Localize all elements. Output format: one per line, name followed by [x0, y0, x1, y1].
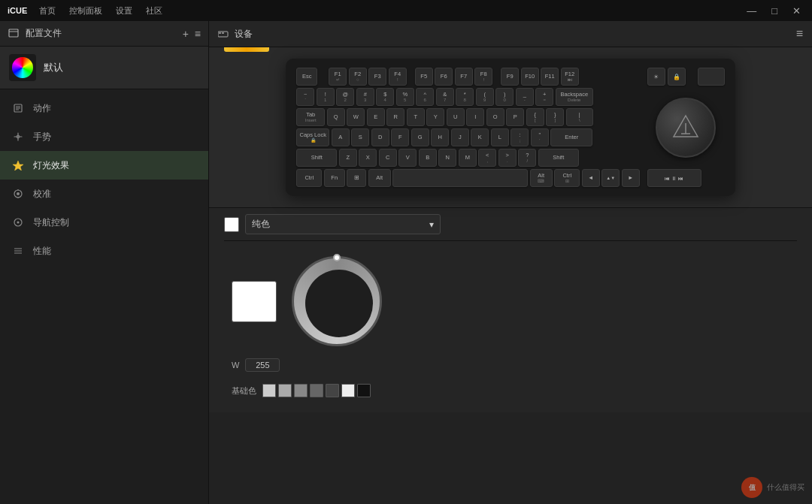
base-swatch-6[interactable] [341, 384, 355, 397]
key-f8[interactable]: F8! [474, 68, 492, 86]
maximize-button[interactable]: □ [768, 4, 781, 18]
key-g[interactable]: G [411, 128, 429, 146]
effect-dropdown[interactable]: 纯色 ▾ [245, 214, 441, 234]
key-r[interactable]: R [386, 108, 404, 126]
key-backslash[interactable]: |\ [566, 108, 593, 126]
menu-item-navigation[interactable]: 导航控制 [0, 208, 208, 237]
key-f2[interactable]: F2○ [349, 68, 367, 86]
key-w[interactable]: W [347, 108, 365, 126]
key-caps-lock[interactable]: Caps Lock🔒 [296, 128, 329, 146]
key-f5[interactable]: F5 [415, 68, 433, 86]
key-equals[interactable]: += [535, 88, 553, 106]
key-8[interactable]: *8 [456, 88, 474, 106]
key-right-shift[interactable]: Shift [538, 149, 579, 167]
key-a[interactable]: A [332, 128, 350, 146]
volume-knob[interactable] [656, 98, 716, 158]
key-1[interactable]: !1 [317, 88, 335, 106]
key-v[interactable]: V [398, 149, 417, 167]
menu-item-gesture[interactable]: 手势 [0, 122, 208, 151]
key-right-arrow[interactable]: ► [622, 169, 640, 187]
close-button[interactable]: ✕ [789, 4, 804, 18]
base-swatch-2[interactable] [278, 384, 292, 397]
key-6[interactable]: ^6 [416, 88, 434, 106]
key-s[interactable]: S [351, 128, 369, 146]
nav-home[interactable]: 首页 [39, 5, 56, 17]
key-9[interactable]: (9 [476, 88, 494, 106]
key-z[interactable]: Z [339, 149, 357, 167]
color-wheel-container[interactable] [292, 256, 382, 346]
key-fn[interactable]: Fn [324, 169, 345, 187]
effect-color-swatch[interactable] [224, 217, 239, 232]
key-k[interactable]: K [471, 128, 489, 146]
key-d[interactable]: D [371, 128, 389, 146]
key-right-ctrl[interactable]: Ctrl⊞ [554, 169, 580, 187]
key-u[interactable]: U [447, 108, 465, 126]
key-space[interactable] [392, 169, 528, 187]
key-i[interactable]: I [466, 108, 484, 126]
key-0[interactable]: )0 [495, 88, 514, 106]
key-left-shift[interactable]: Shift [296, 149, 337, 167]
key-lbracket[interactable]: {[ [526, 108, 544, 126]
key-brightness[interactable]: ☀ [647, 68, 665, 86]
key-b[interactable]: B [419, 149, 437, 167]
key-n[interactable]: N [438, 149, 456, 167]
key-o[interactable]: O [486, 108, 504, 126]
key-esc[interactable]: Esc [296, 68, 317, 86]
key-x[interactable]: X [359, 149, 377, 167]
key-j[interactable]: J [451, 128, 469, 146]
key-comma[interactable]: <, [478, 149, 496, 167]
profile-menu-button[interactable]: ≡ [195, 28, 201, 40]
base-swatch-1[interactable] [262, 384, 276, 397]
key-m[interactable]: M [459, 149, 477, 167]
white-value-input[interactable]: 255 [245, 358, 280, 372]
device-menu-button[interactable]: ≡ [796, 27, 803, 41]
key-quote[interactable]: "' [531, 128, 549, 146]
key-f10[interactable]: F10 [521, 68, 539, 86]
key-period[interactable]: >. [498, 149, 517, 167]
base-swatch-4[interactable] [310, 384, 323, 397]
menu-item-actions[interactable]: 动作 [0, 94, 208, 122]
key-left-alt[interactable]: Alt [368, 169, 391, 187]
key-minus[interactable]: _- [516, 88, 534, 106]
key-2[interactable]: @2 [336, 88, 354, 106]
key-5[interactable]: %5 [396, 88, 414, 106]
key-tab[interactable]: TabInsert [296, 108, 325, 126]
add-profile-button[interactable]: + [183, 28, 189, 40]
key-f[interactable]: F [391, 128, 409, 146]
key-slash[interactable]: ?/ [518, 149, 536, 167]
base-swatch-5[interactable] [326, 384, 339, 397]
key-p[interactable]: P [506, 108, 524, 126]
key-7[interactable]: &7 [436, 88, 454, 106]
key-e[interactable]: E [367, 108, 385, 126]
menu-item-lighting[interactable]: 灯光效果 [0, 151, 208, 180]
key-lock[interactable]: 🔒 [668, 68, 686, 86]
key-f12[interactable]: F12⏭ [561, 68, 579, 86]
key-semicolon[interactable]: :; [511, 128, 529, 146]
base-swatch-3[interactable] [294, 384, 308, 397]
key-f6[interactable]: F6 [435, 68, 453, 86]
key-y[interactable]: Y [426, 108, 444, 126]
color-preview-swatch[interactable] [232, 281, 277, 322]
key-dial-top[interactable] [698, 68, 725, 86]
profile-item-default[interactable]: 默认 [0, 47, 208, 89]
menu-item-performance[interactable]: 性能 [0, 237, 208, 265]
key-f9[interactable]: F9 [501, 68, 519, 86]
key-up-down-arrow[interactable]: ▲▼ [601, 169, 620, 187]
base-swatch-7[interactable] [357, 384, 371, 397]
nav-control-panel[interactable]: 控制面板 [69, 5, 102, 17]
key-t[interactable]: T [407, 108, 425, 126]
key-left-ctrl[interactable]: Ctrl [296, 169, 322, 187]
key-f1[interactable]: F1↵ [329, 68, 347, 86]
key-l[interactable]: L [491, 128, 509, 146]
key-f3[interactable]: F3 [368, 68, 386, 86]
nav-settings[interactable]: 设置 [116, 5, 132, 17]
key-left-arrow[interactable]: ◄ [582, 169, 600, 187]
key-h[interactable]: H [431, 128, 449, 146]
color-wheel-handle[interactable] [333, 254, 341, 261]
key-c[interactable]: C [379, 149, 397, 167]
key-3[interactable]: #3 [356, 88, 374, 106]
key-win[interactable]: ⊞ [347, 169, 366, 187]
key-right-alt[interactable]: Alt⌨ [530, 169, 553, 187]
minimize-button[interactable]: — [743, 4, 760, 18]
key-f11[interactable]: F11 [541, 68, 559, 86]
